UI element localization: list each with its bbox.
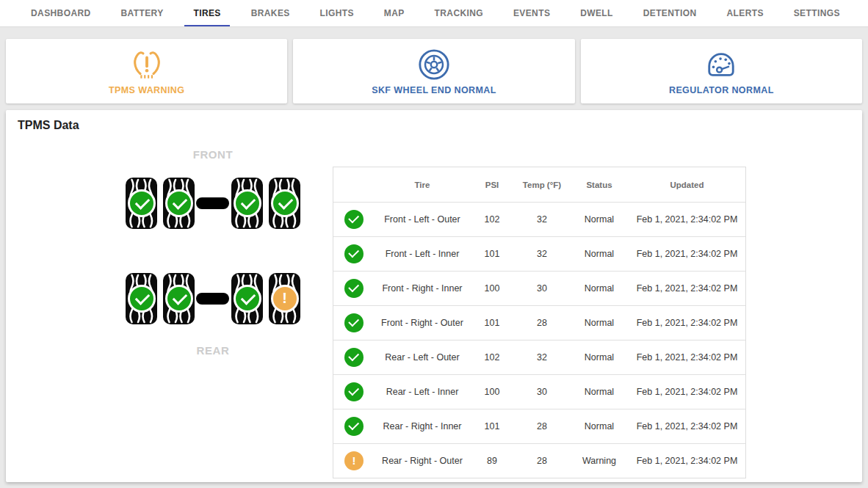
check-icon xyxy=(271,189,299,217)
tire-rear-right-inner xyxy=(231,273,263,324)
tab-battery[interactable]: BATTERY xyxy=(112,0,172,26)
table-header-tire: Tire xyxy=(375,181,470,189)
warning-icon xyxy=(344,451,364,470)
check-icon xyxy=(344,382,364,401)
check-icon xyxy=(344,313,364,332)
tire-status-cell xyxy=(333,451,375,470)
tire-status-cell xyxy=(333,210,375,229)
axle-bar xyxy=(196,197,229,209)
axle-bar xyxy=(196,293,229,305)
tab-dwell[interactable]: DWELL xyxy=(571,0,622,26)
tire-status-cell xyxy=(333,244,375,263)
table-header-status: Status xyxy=(570,181,629,189)
table-row: Front - Right - Outer10128NormalFeb 1, 2… xyxy=(333,305,745,340)
check-icon xyxy=(128,285,156,313)
table-row: Rear - Left - Inner10030NormalFeb 1, 202… xyxy=(333,374,745,409)
front-axle-label: FRONT xyxy=(126,148,300,161)
table-header-row: TirePSITemp (°F)StatusUpdated xyxy=(333,167,745,202)
psi-cell: 89 xyxy=(470,456,514,466)
tab-detention[interactable]: DETENTION xyxy=(634,0,706,26)
tire-name-cell: Rear - Right - Inner xyxy=(375,421,470,431)
tire-name-cell: Front - Right - Outer xyxy=(375,318,470,328)
tire-status-cell xyxy=(333,313,375,332)
tire-name-cell: Front - Right - Inner xyxy=(375,283,470,294)
tire-name-cell: Rear - Left - Inner xyxy=(375,387,470,397)
temp-cell: 30 xyxy=(514,387,570,397)
axle-front-tires xyxy=(126,178,300,229)
psi-cell: 101 xyxy=(470,318,514,328)
status-label-cell: Normal xyxy=(570,249,629,259)
status-card-regulator: REGULATOR NORMAL xyxy=(581,39,862,103)
status-card-wheel-end-label: SKF WHEEL END NORMAL xyxy=(372,85,496,95)
status-card-tpms-label: TPMS WARNING xyxy=(109,85,184,95)
table-header-updated: Updated xyxy=(629,181,745,189)
temp-cell: 28 xyxy=(514,421,570,431)
table-body: Front - Left - Outer10232NormalFeb 1, 20… xyxy=(333,202,745,478)
table-row: Front - Left - Inner10132NormalFeb 1, 20… xyxy=(333,236,745,271)
tire-name-cell: Front - Left - Outer xyxy=(375,214,470,225)
tpms-table: TirePSITemp (°F)StatusUpdated Front - Le… xyxy=(333,167,746,478)
tab-settings[interactable]: SETTINGS xyxy=(785,0,849,26)
gauge-icon-svg xyxy=(704,49,738,80)
check-icon xyxy=(344,210,364,229)
temp-cell: 32 xyxy=(514,352,570,363)
updated-cell: Feb 1, 2021, 2:34:02 PM xyxy=(629,214,745,225)
table-header-psi: PSI xyxy=(470,181,514,189)
updated-cell: Feb 1, 2021, 2:34:02 PM xyxy=(629,283,745,294)
tire-name-cell: Rear - Right - Outer xyxy=(375,456,470,466)
tire-status-cell xyxy=(333,417,375,436)
status-cards-row: TPMS WARNING SKF WHEEL END NORMAL xyxy=(6,39,862,103)
tire-status-cell xyxy=(333,382,375,401)
check-icon xyxy=(165,189,193,217)
status-label-cell: Normal xyxy=(570,352,629,363)
status-label-cell: Normal xyxy=(570,283,629,294)
tire-status-cell xyxy=(333,279,375,298)
updated-cell: Feb 1, 2021, 2:34:02 PM xyxy=(629,456,745,466)
psi-cell: 102 xyxy=(470,352,514,363)
tab-map[interactable]: MAP xyxy=(375,0,413,26)
tire-rear-right-outer: ! xyxy=(269,273,300,324)
gauge-icon xyxy=(704,47,738,82)
check-icon xyxy=(128,189,156,217)
tire-diagram: FRONT xyxy=(126,148,300,357)
panel-title: TPMS Data xyxy=(18,119,79,132)
tab-dashboard[interactable]: DASHBOARD xyxy=(22,0,100,26)
check-icon xyxy=(344,348,364,367)
status-label-cell: Normal xyxy=(570,318,629,328)
wheel-icon xyxy=(417,47,451,82)
status-label-cell: Normal xyxy=(570,387,629,397)
tab-tracking[interactable]: TRACKING xyxy=(426,0,493,26)
status-card-wheel-end: SKF WHEEL END NORMAL xyxy=(293,39,574,103)
warning-icon: ! xyxy=(271,285,299,313)
tpms-warning-icon xyxy=(130,47,164,82)
tire-front-right-inner xyxy=(231,178,263,229)
table-row: Front - Left - Outer10232NormalFeb 1, 20… xyxy=(333,202,745,236)
status-label-cell: Normal xyxy=(570,214,629,225)
temp-cell: 32 xyxy=(514,249,570,259)
axle-rear-tires: ! xyxy=(126,273,300,324)
tire-status-cell xyxy=(333,348,375,367)
tab-brakes[interactable]: BRAKES xyxy=(242,0,299,26)
tire-front-left-inner xyxy=(163,178,195,229)
check-icon xyxy=(344,279,364,298)
psi-cell: 102 xyxy=(470,214,514,225)
updated-cell: Feb 1, 2021, 2:34:02 PM xyxy=(629,249,745,259)
psi-cell: 101 xyxy=(470,249,514,259)
tire-front-left-outer xyxy=(126,178,157,229)
wheel-icon-svg xyxy=(417,48,451,81)
status-card-tpms: TPMS WARNING xyxy=(6,39,287,103)
check-icon xyxy=(234,189,261,217)
table-row: Rear - Right - Outer8928WarningFeb 1, 20… xyxy=(333,443,745,478)
status-card-regulator-label: REGULATOR NORMAL xyxy=(669,85,774,95)
temp-cell: 28 xyxy=(514,456,570,466)
updated-cell: Feb 1, 2021, 2:34:02 PM xyxy=(629,421,745,431)
table-header-temp-f: Temp (°F) xyxy=(514,181,570,189)
status-label-cell: Warning xyxy=(570,456,629,466)
tire-rear-left-outer xyxy=(126,273,157,324)
tab-events[interactable]: EVENTS xyxy=(504,0,559,26)
tab-tires[interactable]: TIRES xyxy=(184,0,229,26)
tab-lights[interactable]: LIGHTS xyxy=(311,0,363,26)
tab-alerts[interactable]: ALERTS xyxy=(717,0,772,26)
tpms-warning-icon-svg xyxy=(130,48,164,81)
status-label-cell: Normal xyxy=(570,421,629,431)
